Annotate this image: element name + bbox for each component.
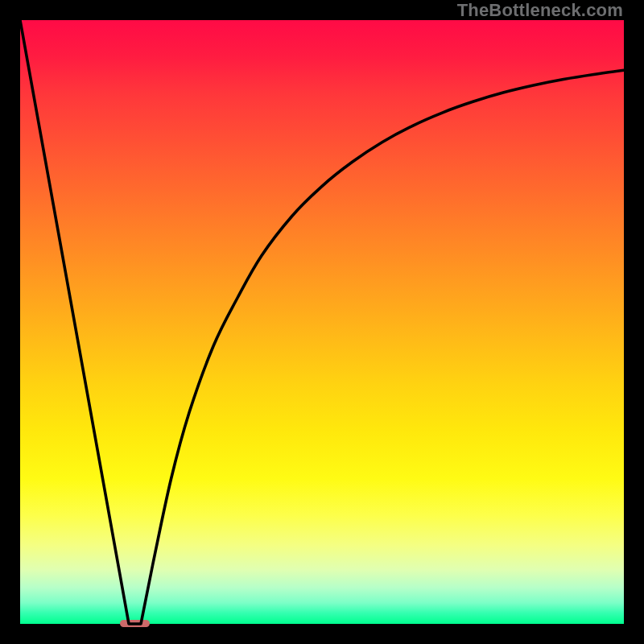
curve-layer <box>20 20 624 624</box>
bottleneck-curve <box>20 20 624 624</box>
plot-area <box>20 20 624 624</box>
watermark-text: TheBottleneck.com <box>457 0 623 21</box>
chart-frame: TheBottleneck.com <box>0 0 644 644</box>
